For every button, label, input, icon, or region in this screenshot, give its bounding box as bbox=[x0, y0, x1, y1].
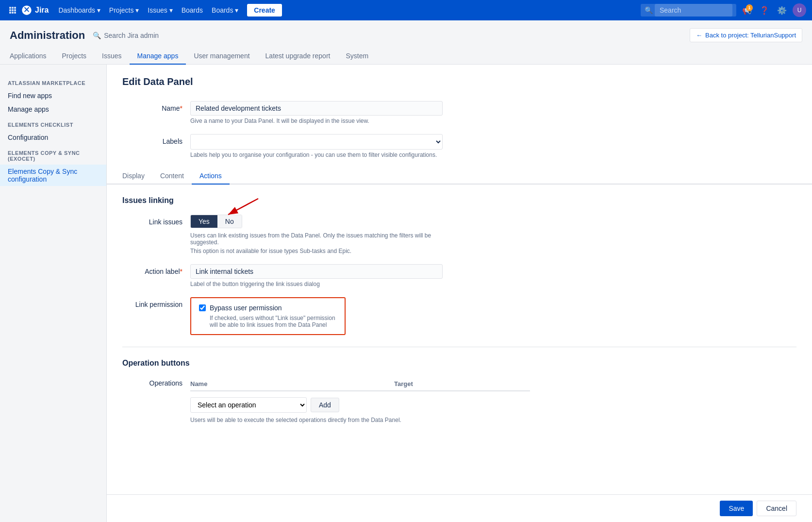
name-input[interactable] bbox=[190, 101, 443, 116]
link-issues-hint1: Users can link existing issues from the … bbox=[190, 232, 443, 246]
jira-logo-text: Jira bbox=[35, 6, 49, 15]
link-issues-toggle: Yes No bbox=[190, 215, 242, 228]
ops-add-row: Select an operation Add bbox=[190, 397, 530, 413]
link-permission-label: Link permission bbox=[122, 297, 190, 308]
labels-label: Labels bbox=[122, 134, 190, 145]
link-issues-field: Yes No Users can link existing issues fr… bbox=[190, 215, 443, 254]
toggle-no[interactable]: No bbox=[217, 215, 242, 228]
name-form-row: Name* Give a name to your Data Panel. It… bbox=[122, 101, 796, 124]
nav-dashboards[interactable]: Dashboards ▾ bbox=[54, 4, 104, 16]
svg-rect-1 bbox=[12, 7, 14, 9]
admin-nav-latest-upgrade[interactable]: Latest upgrade report bbox=[258, 48, 338, 65]
section-divider bbox=[122, 347, 796, 347]
svg-rect-5 bbox=[14, 9, 16, 11]
notification-badge: 1 bbox=[746, 4, 753, 11]
back-icon: ← bbox=[696, 32, 702, 39]
link-issues-hint2: This option is not available for issue t… bbox=[190, 248, 443, 254]
create-button[interactable]: Create bbox=[247, 4, 282, 17]
admin-nav-manage-apps[interactable]: Manage apps bbox=[130, 48, 186, 65]
svg-rect-2 bbox=[14, 7, 16, 9]
top-navigation: Jira Dashboards ▾ Projects ▾ Issues ▾ Bo… bbox=[0, 0, 812, 20]
toggle-yes[interactable]: Yes bbox=[191, 215, 217, 228]
search-icon: 🔍 bbox=[645, 6, 653, 14]
footer-bar: Save Cancel bbox=[107, 494, 812, 522]
name-hint: Give a name to your Data Panel. It will … bbox=[190, 118, 443, 124]
main-content: Edit Data Panel Name* Give a name to you… bbox=[107, 65, 812, 522]
labels-select[interactable] bbox=[190, 134, 443, 150]
sidebar-item-find-apps[interactable]: Find new apps bbox=[0, 89, 106, 102]
sidebar-section-elements-checklist: ELEMENTS CHECKLIST bbox=[0, 116, 106, 131]
admin-search-icon: 🔍 bbox=[93, 32, 101, 39]
nav-boards[interactable]: Boards bbox=[178, 4, 207, 16]
link-permission-box: Bypass user permission If checked, users… bbox=[190, 297, 346, 335]
ops-select[interactable]: Select an operation bbox=[190, 397, 307, 413]
settings-button[interactable]: ⚙️ bbox=[775, 3, 789, 17]
admin-nav-applications[interactable]: Applications bbox=[10, 48, 54, 65]
sidebar: ATLASSIAN MARKETPLACE Find new apps Mana… bbox=[0, 65, 107, 522]
tab-actions[interactable]: Actions bbox=[192, 168, 230, 185]
ops-hint: Users will be able to execute the select… bbox=[190, 417, 530, 423]
svg-rect-8 bbox=[14, 12, 16, 14]
sidebar-item-checklist-config[interactable]: Configuration bbox=[0, 131, 106, 144]
action-label-input[interactable] bbox=[190, 264, 443, 279]
save-button[interactable]: Save bbox=[720, 501, 753, 516]
nav-boards-chevron[interactable]: Boards ▾ bbox=[208, 4, 242, 16]
labels-field: Labels help you to organise your configu… bbox=[190, 134, 443, 158]
notifications-button[interactable]: 📢 1 bbox=[740, 3, 754, 17]
admin-search-text: Search Jira admin bbox=[104, 32, 159, 39]
sidebar-item-manage-apps[interactable]: Manage apps bbox=[0, 102, 106, 116]
admin-nav: Applications Projects Issues Manage apps… bbox=[10, 48, 802, 64]
sidebar-item-copy-sync-config[interactable]: Elements Copy & Sync configuration bbox=[0, 165, 106, 186]
sidebar-section-elements-copy: ELEMENTS COPY & SYNC (EXOCET) bbox=[0, 144, 106, 165]
back-to-project-label: Back to project: TellurianSupport bbox=[705, 32, 796, 39]
cancel-button[interactable]: Cancel bbox=[757, 501, 796, 516]
action-label-field: Label of the button triggering the link … bbox=[190, 264, 443, 287]
operations-label: Operations bbox=[122, 377, 190, 387]
labels-form-row: Labels Labels help you to organise your … bbox=[122, 134, 796, 158]
action-label-hint: Label of the button triggering the link … bbox=[190, 281, 443, 287]
admin-nav-system[interactable]: System bbox=[338, 48, 376, 65]
svg-rect-7 bbox=[12, 12, 14, 14]
link-permission-field: Bypass user permission If checked, users… bbox=[190, 297, 443, 335]
nav-projects[interactable]: Projects ▾ bbox=[105, 4, 143, 16]
svg-rect-3 bbox=[9, 9, 11, 11]
bypass-permission-label: Bypass user permission bbox=[210, 304, 282, 312]
jira-logo[interactable]: Jira bbox=[21, 5, 49, 16]
admin-search[interactable]: 🔍 Search Jira admin bbox=[93, 32, 159, 39]
svg-rect-6 bbox=[9, 12, 11, 14]
tab-content[interactable]: Content bbox=[152, 168, 192, 185]
name-label: Name* bbox=[122, 101, 190, 112]
svg-rect-0 bbox=[9, 7, 11, 9]
svg-rect-4 bbox=[12, 9, 14, 11]
top-nav-menu: Dashboards ▾ Projects ▾ Issues ▾ Boards … bbox=[54, 4, 242, 16]
admin-nav-issues[interactable]: Issues bbox=[94, 48, 129, 65]
ops-target-col: Target bbox=[394, 377, 530, 391]
admin-nav-projects[interactable]: Projects bbox=[54, 48, 95, 65]
ops-name-col: Name bbox=[190, 377, 394, 391]
labels-hint: Labels help you to organise your configu… bbox=[190, 152, 443, 158]
search-box-wrap[interactable]: 🔍 bbox=[641, 4, 736, 17]
nav-issues[interactable]: Issues ▾ bbox=[144, 4, 176, 16]
tab-display[interactable]: Display bbox=[122, 168, 152, 185]
ops-add-button[interactable]: Add bbox=[311, 398, 339, 412]
admin-nav-user-management[interactable]: User management bbox=[186, 48, 257, 65]
user-avatar[interactable]: U bbox=[793, 3, 806, 17]
bypass-permission-hint: If checked, users without "Link issue" p… bbox=[210, 315, 337, 328]
top-nav-right: 🔍 📢 1 ❓ ⚙️ U bbox=[641, 3, 806, 17]
main-layout: ATLASSIAN MARKETPLACE Find new apps Mana… bbox=[0, 65, 812, 522]
search-input[interactable] bbox=[655, 4, 732, 17]
sidebar-section-atlassian: ATLASSIAN MARKETPLACE bbox=[0, 74, 106, 89]
link-issues-row: Link issues Yes No bbox=[122, 215, 796, 254]
bypass-permission-checkbox[interactable] bbox=[199, 304, 206, 311]
bypass-permission-row: Bypass user permission bbox=[199, 304, 337, 312]
back-to-project-button[interactable]: ← Back to project: TellurianSupport bbox=[690, 28, 802, 42]
action-label-row: Action label* Label of the button trigge… bbox=[122, 264, 796, 287]
operation-buttons-title: Operation buttons bbox=[122, 359, 796, 368]
name-required: * bbox=[180, 104, 182, 112]
tab-navigation: Display Content Actions bbox=[107, 168, 812, 185]
app-switcher-icon[interactable] bbox=[6, 3, 19, 17]
operations-field: Name Target Select an operation Add User… bbox=[190, 377, 530, 423]
link-issues-label: Link issues bbox=[122, 215, 190, 226]
issues-linking-title: Issues linking bbox=[122, 196, 796, 205]
help-button[interactable]: ❓ bbox=[758, 3, 771, 17]
